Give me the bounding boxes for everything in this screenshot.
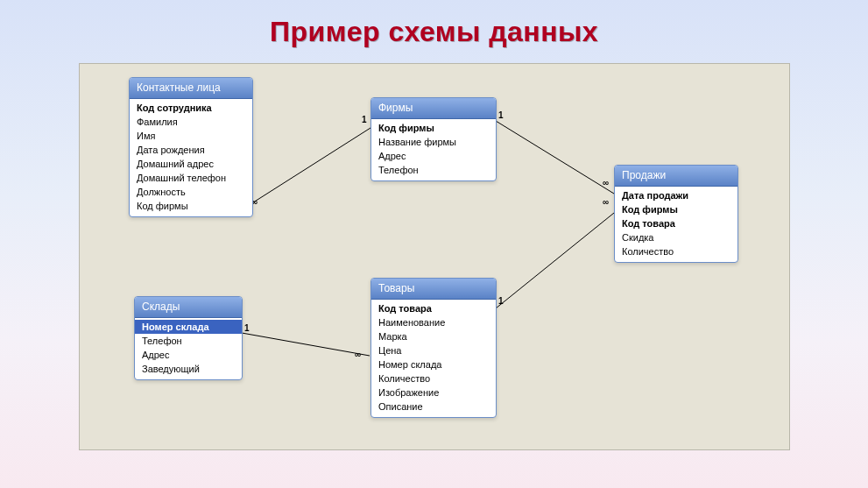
- field-row[interactable]: Адрес: [371, 149, 496, 163]
- table-contacts[interactable]: Контактные лица Код сотрудникаФамилияИмя…: [129, 77, 253, 217]
- diagram-canvas: ∞ 1 1 ∞ 1 ∞ 1 ∞ Контактные лица Код сотр…: [79, 63, 790, 450]
- card-firms-1: 1: [362, 115, 367, 124]
- field-row[interactable]: Описание: [371, 400, 496, 414]
- table-goods[interactable]: Товары Код товараНаименованиеМаркаЦенаНо…: [370, 278, 497, 418]
- field-row[interactable]: Код фирмы: [130, 199, 252, 213]
- field-row[interactable]: Код фирмы: [615, 202, 737, 216]
- field-row[interactable]: Заведующий: [135, 362, 242, 376]
- field-row[interactable]: Телефон: [135, 334, 242, 348]
- field-row[interactable]: Количество: [615, 244, 737, 258]
- table-body-warehouses: Номер складаТелефонАдресЗаведующий: [135, 318, 242, 379]
- field-row[interactable]: Домашний телефон: [130, 171, 252, 185]
- card-sales-inf-b-icon: ∞: [603, 197, 609, 207]
- field-row[interactable]: Дата продажи: [615, 188, 737, 202]
- table-title-firms: Фирмы: [371, 98, 496, 119]
- field-row[interactable]: Изображение: [371, 385, 496, 400]
- table-sales[interactable]: Продажи Дата продажиКод фирмыКод товараС…: [614, 165, 738, 263]
- svg-line-0: [251, 128, 370, 204]
- field-row[interactable]: Наименование: [371, 315, 496, 329]
- card-goods-inf-icon: ∞: [355, 350, 361, 359]
- field-row[interactable]: Имя: [130, 129, 252, 143]
- table-title-warehouses: Склады: [135, 297, 242, 318]
- field-row[interactable]: Количество: [371, 371, 496, 385]
- table-body-sales: Дата продажиКод фирмыКод товараСкидкаКол…: [615, 187, 737, 262]
- field-row[interactable]: Название фирмы: [371, 135, 496, 149]
- page-title: Пример схемы данных: [0, 16, 868, 48]
- card-firms-1b: 1: [498, 110, 504, 120]
- field-row[interactable]: Фамилия: [130, 115, 252, 129]
- field-row[interactable]: Адрес: [135, 348, 242, 362]
- card-goods-1: 1: [498, 296, 504, 306]
- field-row[interactable]: Код товара: [615, 216, 737, 230]
- field-row[interactable]: Цена: [371, 343, 496, 357]
- field-row[interactable]: Марка: [371, 329, 496, 343]
- svg-line-3: [496, 213, 614, 308]
- table-title-contacts: Контактные лица: [130, 78, 252, 99]
- table-body-goods: Код товараНаименованиеМаркаЦенаНомер скл…: [371, 300, 496, 417]
- field-row[interactable]: Номер склада: [135, 320, 242, 334]
- field-row[interactable]: Домашний адрес: [130, 157, 252, 171]
- table-body-firms: Код фирмыНазвание фирмыАдресТелефон: [371, 119, 496, 180]
- field-row[interactable]: Скидка: [615, 230, 737, 244]
- card-warehouses-1: 1: [244, 323, 250, 333]
- table-warehouses[interactable]: Склады Номер складаТелефонАдресЗаведующи…: [134, 296, 243, 380]
- card-sales-inf-a-icon: ∞: [603, 178, 609, 187]
- field-row[interactable]: Дата рождения: [130, 143, 252, 157]
- field-row[interactable]: Должность: [130, 185, 252, 199]
- svg-line-1: [496, 121, 614, 194]
- field-row[interactable]: Код сотрудника: [130, 101, 252, 115]
- table-body-contacts: Код сотрудникаФамилияИмяДата рожденияДом…: [130, 99, 252, 216]
- table-title-goods: Товары: [371, 279, 496, 300]
- field-row[interactable]: Номер склада: [371, 357, 496, 371]
- table-firms[interactable]: Фирмы Код фирмыНазвание фирмыАдресТелефо…: [370, 97, 497, 181]
- field-row[interactable]: Телефон: [371, 163, 496, 177]
- table-title-sales: Продажи: [615, 166, 737, 187]
- field-row[interactable]: Код товара: [371, 301, 496, 315]
- field-row[interactable]: Код фирмы: [371, 121, 496, 135]
- svg-line-2: [242, 333, 370, 356]
